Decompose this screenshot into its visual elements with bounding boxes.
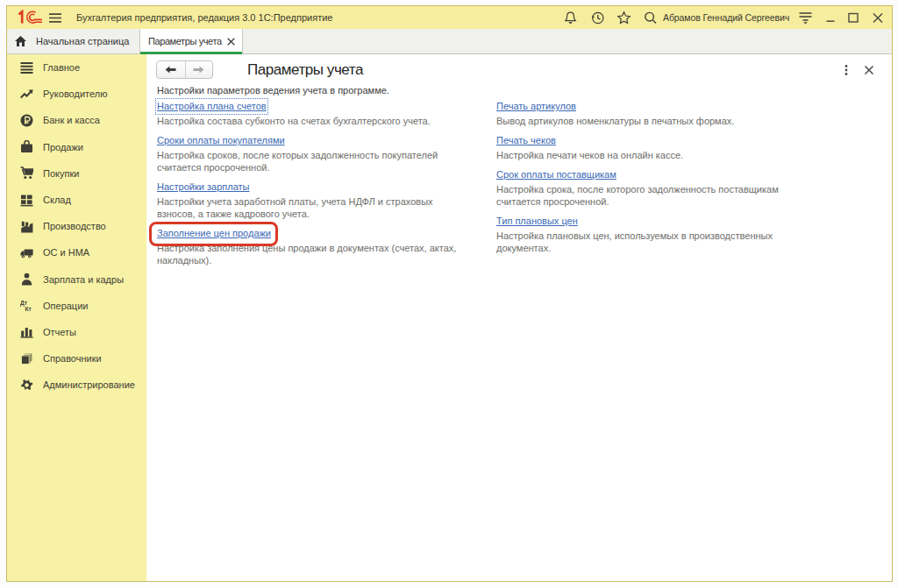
setting-description: Настройка печати чеков на онлайн кассе. — [496, 149, 821, 161]
sidebar-item-label: Операции — [43, 301, 88, 311]
sidebar-item-label: Банк и касса — [43, 115, 100, 125]
sidebar-item-debit-credit[interactable]: ДтКтОперации — [7, 293, 146, 319]
setting-description: Настройка заполнения цены продажи в доку… — [157, 242, 473, 266]
setting-item: Тип плановых ценНастройка плановых цен, … — [496, 215, 821, 254]
sidebar-item-label: Отчеты — [43, 327, 76, 337]
sections-menu-icon — [20, 61, 33, 74]
maximize-icon[interactable] — [845, 10, 861, 25]
sidebar-item-sections-menu[interactable]: Главное — [7, 54, 146, 81]
sidebar-item-label: Производство — [43, 221, 106, 231]
service-settings-icon[interactable] — [798, 11, 813, 26]
more-vertical-icon[interactable] — [839, 64, 853, 78]
nav-history-buttons — [156, 60, 213, 79]
tab-label: Параметры учета — [148, 36, 222, 46]
setting-item: Настройка плана счетовНастройка состава … — [157, 100, 473, 127]
debit-credit-icon: ДтКт — [20, 299, 33, 312]
setting-link[interactable]: Тип плановых цен — [496, 215, 578, 228]
sidebar-item-label: Зарплата и кадры — [43, 274, 124, 285]
main-menu-icon[interactable] — [49, 13, 61, 23]
minimize-icon[interactable] — [823, 10, 838, 25]
setting-description: Настройка плановых цен, используемых в п… — [496, 230, 821, 254]
sidebar-item-label: Покупки — [43, 168, 79, 179]
svg-text:Кт: Кт — [25, 306, 32, 312]
briefcase-icon — [20, 140, 33, 153]
sidebar-item-label: Склад — [43, 195, 71, 205]
sidebar-item-pallet[interactable]: Склад — [7, 187, 146, 213]
book-icon — [20, 352, 33, 365]
setting-description: Настройка состава субконто на счетах бух… — [157, 115, 473, 127]
tab-close-icon[interactable] — [227, 38, 235, 46]
tab-label: Начальная страница — [36, 36, 129, 46]
tab-parameters[interactable]: Параметры учета — [140, 29, 242, 53]
sidebar-item-label: Продажи — [43, 142, 83, 152]
content-area: Параметры учета Настройки параметров вед… — [146, 54, 892, 581]
setting-item: Настройки зарплатыНастройки учета зарабо… — [157, 181, 473, 220]
back-button[interactable] — [157, 61, 185, 78]
factory-icon — [20, 220, 33, 233]
setting-item: Сроки оплаты покупателямиНастройка сроко… — [157, 134, 473, 174]
setting-link[interactable]: Настройки зарплаты — [157, 181, 249, 194]
setting-item: Заполнение цен продажиНастройка заполнен… — [157, 227, 473, 266]
ruble-circle-icon — [20, 114, 33, 127]
close-panel-icon[interactable] — [863, 64, 875, 76]
sidebar-item-trend-chart[interactable]: Руководителю — [7, 81, 146, 107]
notifications-bell-icon[interactable] — [563, 11, 578, 25]
truck-icon — [20, 246, 33, 259]
favorites-star-icon[interactable] — [616, 11, 631, 25]
sidebar-item-label: ОС и НМА — [43, 247, 89, 258]
sections-panel: ГлавноеРуководителюБанк и кассаПродажиПо… — [7, 54, 146, 581]
person-icon — [20, 273, 33, 286]
forward-button[interactable] — [185, 61, 213, 78]
sidebar-item-factory[interactable]: Производство — [7, 213, 146, 239]
page-title: Параметры учета — [247, 61, 363, 79]
arrow-left-icon — [165, 66, 176, 74]
setting-item: Срок оплаты поставщикамНастройка срока, … — [496, 168, 821, 208]
app-title: Бухгалтерия предприятия, редакция 3.0 1С… — [76, 6, 332, 29]
sidebar-item-label: Справочники — [43, 353, 102, 364]
sidebar-item-ruble-circle[interactable]: Банк и касса — [7, 107, 146, 133]
sidebar-item-label: Главное — [43, 62, 80, 73]
sidebar-item-truck[interactable]: ОС и НМА — [7, 239, 146, 266]
setting-description: Вывод артикулов номенклатуры в печатных … — [496, 115, 821, 127]
search-icon[interactable] — [643, 11, 658, 25]
setting-link[interactable]: Печать артикулов — [496, 100, 576, 113]
setting-item: Печать артикуловВывод артикулов номенкла… — [496, 100, 821, 127]
sidebar-item-label: Руководителю — [43, 89, 107, 99]
sidebar-item-bar-chart[interactable]: Отчеты — [7, 319, 146, 345]
sidebar-item-book[interactable]: Справочники — [7, 345, 146, 372]
setting-link[interactable]: Печать чеков — [496, 134, 556, 147]
home-icon — [15, 36, 26, 46]
app-window: Бухгалтерия предприятия, редакция 3.0 1С… — [6, 5, 893, 582]
pallet-icon — [20, 194, 33, 207]
tab-strip: Начальная страница Параметры учета — [7, 29, 892, 54]
setting-link[interactable]: Заполнение цен продажи — [157, 227, 271, 240]
setting-item: Печать чековНастройка печати чеков на он… — [496, 134, 821, 161]
setting-link[interactable]: Настройка плана счетов — [157, 100, 267, 113]
trend-chart-icon — [20, 88, 33, 101]
1c-logo-icon — [17, 10, 43, 25]
setting-description: Настройка срока, после которого задолжен… — [496, 183, 821, 208]
settings-links-left: Настройка плана счетовНастройка состава … — [157, 100, 473, 273]
arrow-right-icon — [193, 66, 204, 74]
gear-icon — [20, 379, 33, 392]
user-name[interactable]: Абрамов Геннадий Сергеевич — [663, 6, 789, 29]
setting-link[interactable]: Сроки оплаты покупателями — [157, 134, 285, 147]
setting-link[interactable]: Срок оплаты поставщикам — [496, 168, 616, 181]
bar-chart-icon — [20, 325, 33, 338]
sidebar-item-briefcase[interactable]: Продажи — [7, 134, 146, 160]
title-bar: Бухгалтерия предприятия, редакция 3.0 1С… — [7, 6, 892, 29]
sidebar-item-shopping-cart[interactable]: Покупки — [7, 160, 146, 187]
sidebar-item-gear[interactable]: Администрирование — [7, 372, 146, 398]
page-subtitle: Настройки параметров ведения учета в про… — [157, 84, 389, 96]
sidebar-item-person[interactable]: Зарплата и кадры — [7, 266, 146, 293]
history-icon[interactable] — [590, 11, 605, 25]
setting-description: Настройки учета заработной платы, учета … — [157, 195, 473, 220]
tab-home[interactable]: Начальная страница — [7, 29, 140, 53]
sidebar-item-label: Администрирование — [43, 379, 135, 390]
shopping-cart-icon — [20, 166, 33, 180]
close-window-icon[interactable] — [870, 10, 886, 25]
settings-links-right: Печать артикуловВывод артикулов номенкла… — [496, 100, 821, 261]
setting-description: Настройка сроков, после которых задолжен… — [157, 149, 473, 174]
